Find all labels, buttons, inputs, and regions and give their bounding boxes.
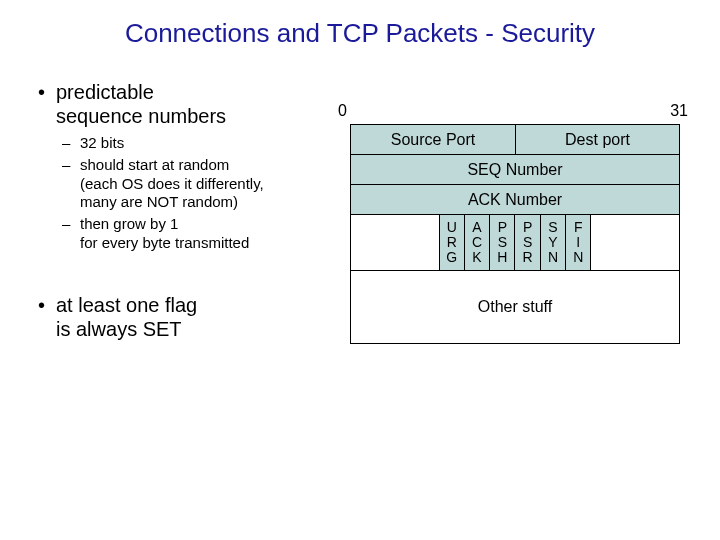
bit-label-31: 31	[670, 102, 688, 120]
cell-ack-number: ACK Number	[351, 185, 679, 214]
bullet-flag-set: • at least one flag is always SET	[38, 293, 338, 341]
cell-flags-container: U R G A C K P S H P S R S Y N F I N	[440, 215, 592, 270]
flag-psr: P S R	[514, 215, 539, 270]
flag-urg: U R G	[440, 215, 464, 270]
sub-bullet-random: – should start at random (each OS does i…	[62, 156, 338, 212]
flag-fin: F I N	[565, 215, 590, 270]
sub-bullet-text: 32 bits	[80, 134, 338, 153]
cell-dest-port: Dest port	[515, 125, 679, 154]
row-ack: ACK Number	[351, 185, 679, 215]
row-other: Other stuff	[351, 271, 679, 343]
dash-icon: –	[62, 215, 80, 253]
cell-source-port: Source Port	[351, 125, 515, 154]
bit-labels: 0 31	[350, 102, 680, 124]
bullet-text: at least one flag is always SET	[56, 293, 338, 341]
cell-flags-left-blank	[351, 215, 440, 270]
sub-bullet-text: should start at random (each OS does it …	[80, 156, 338, 212]
sub-bullet-32bits: – 32 bits	[62, 134, 338, 153]
flag-psh: P S H	[489, 215, 514, 270]
row-flags: U R G A C K P S H P S R S Y N F I N	[351, 215, 679, 271]
row-seq: SEQ Number	[351, 155, 679, 185]
spacer	[38, 267, 338, 293]
content-column: • predictable sequence numbers – 32 bits…	[38, 80, 338, 347]
row-ports: Source Port Dest port	[351, 125, 679, 155]
bullet-predictable-sequence: • predictable sequence numbers	[38, 80, 338, 128]
cell-seq-number: SEQ Number	[351, 155, 679, 184]
bullet-dot-icon: •	[38, 293, 56, 341]
header-table: Source Port Dest port SEQ Number ACK Num…	[350, 124, 680, 344]
flag-ack: A C K	[464, 215, 489, 270]
bullet-text: predictable sequence numbers	[56, 80, 338, 128]
tcp-header-diagram: 0 31 Source Port Dest port SEQ Number AC…	[350, 102, 680, 344]
cell-other-stuff: Other stuff	[351, 271, 679, 343]
bit-label-0: 0	[338, 102, 347, 120]
sub-bullet-grow: – then grow by 1 for every byte transmit…	[62, 215, 338, 253]
sub-bullet-text: then grow by 1 for every byte transmitte…	[80, 215, 338, 253]
flag-syn: S Y N	[540, 215, 565, 270]
cell-flags-right-blank	[591, 215, 679, 270]
slide: Connections and TCP Packets - Security •…	[0, 0, 720, 540]
sub-bullet-list: – 32 bits – should start at random (each…	[62, 134, 338, 253]
dash-icon: –	[62, 134, 80, 153]
dash-icon: –	[62, 156, 80, 212]
bullet-dot-icon: •	[38, 80, 56, 128]
slide-title: Connections and TCP Packets - Security	[0, 18, 720, 49]
